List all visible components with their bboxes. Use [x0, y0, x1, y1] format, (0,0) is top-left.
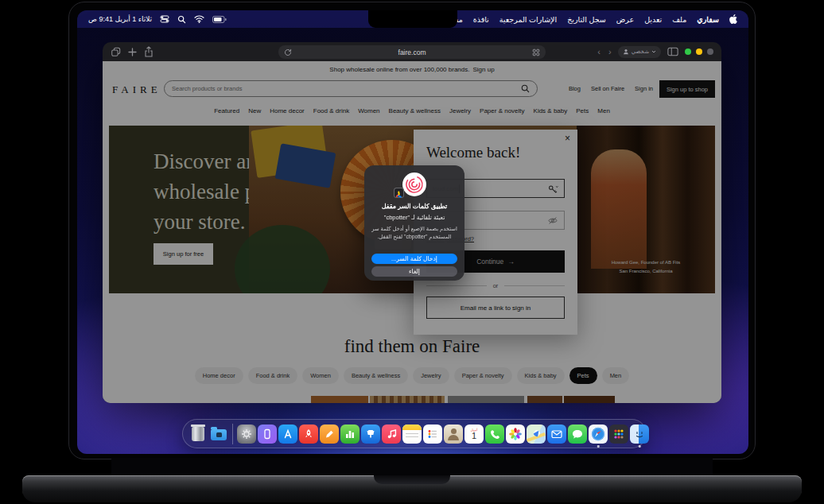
dialog-title: تطبيق كلمات السر مقفل [369, 203, 460, 210]
menu-file[interactable]: ملف [672, 15, 686, 24]
sidebar-icon[interactable] [667, 47, 678, 56]
contacts-icon[interactable] [444, 425, 463, 444]
extensions-icon[interactable] [532, 48, 540, 56]
faire-page: Shop wholesale online from over 100,000 … [103, 61, 721, 403]
tab-overview-icon[interactable] [111, 47, 121, 57]
calendar-day: 1 [472, 432, 476, 440]
menu-history[interactable]: سجل التاريخ [567, 15, 606, 24]
profile-switcher[interactable]: شخصي [618, 46, 661, 58]
wifi-icon[interactable] [194, 15, 204, 23]
zoom-button[interactable] [685, 48, 691, 55]
finder-icon[interactable] [630, 425, 649, 444]
url-text: faire.com [398, 48, 426, 56]
notes-icon[interactable] [402, 425, 422, 444]
enter-password-button[interactable]: إدخال كلمة السر... [371, 254, 457, 264]
numbers-icon[interactable] [340, 425, 360, 444]
dock: أبريل 1 [182, 419, 647, 448]
menu-safari[interactable]: سفاري [697, 15, 719, 24]
downloads-folder-icon[interactable] [209, 425, 228, 444]
menu-bar-menus: سفاري ملف تعديل عرض سجل التاريخ الإشارات… [437, 14, 737, 24]
app-store-icon[interactable] [278, 425, 297, 444]
dialog-body: استخدم بصمة الإصبع أو أدخل كلمة سر المست… [371, 225, 457, 240]
person-icon [623, 48, 629, 55]
menu-window[interactable]: نافذة [473, 15, 489, 24]
touchid-fingerprint-icon [402, 173, 426, 196]
cancel-button[interactable]: إلغاء [371, 266, 457, 277]
messages-icon[interactable] [568, 425, 587, 444]
battery-icon[interactable] [212, 16, 227, 23]
menu-bar-clock[interactable]: ثلاثاء 1 أبريل 9:41 ص [88, 15, 152, 23]
mail-icon[interactable] [547, 425, 566, 444]
trash-icon[interactable] [189, 425, 208, 444]
dock-separator [232, 424, 233, 444]
touchid-unlock-dialog: تطبيق كلمات السر مقفل تعبئة تلقائية لـ "… [364, 165, 464, 281]
close-button[interactable] [707, 48, 713, 55]
laptop-hinge [111, 458, 713, 477]
marketing-stage: ثلاثاء 1 أبريل 9:41 ص [0, 0, 824, 504]
safari-window: faire.com ‹ › شخصي [103, 42, 721, 403]
passwords-app-icon [394, 188, 404, 198]
launchpad-icon[interactable] [609, 425, 628, 444]
profile-label: شخصي [632, 48, 649, 55]
forward-icon[interactable]: › [608, 48, 612, 56]
new-tab-icon[interactable] [128, 48, 137, 56]
menu-bookmarks[interactable]: الإشارات المرجعية [499, 15, 557, 24]
reminders-icon[interactable] [423, 425, 442, 444]
pages-icon[interactable] [320, 425, 339, 444]
macbook-lid: ثلاثاء 1 أبريل 9:41 ص [68, 2, 756, 459]
control-center-icon[interactable] [160, 14, 169, 24]
apple-menu-icon[interactable] [729, 14, 737, 24]
display-notch [368, 10, 457, 28]
photos-icon[interactable] [506, 425, 525, 444]
laptop-lid-notch [374, 475, 450, 484]
minimize-button[interactable] [696, 48, 702, 55]
system-settings-icon[interactable] [237, 425, 256, 444]
maps-icon[interactable] [527, 425, 546, 444]
phone-icon[interactable] [485, 425, 504, 444]
menu-edit[interactable]: تعديل [644, 15, 662, 24]
safari-icon[interactable] [589, 425, 608, 444]
rocket-app-icon[interactable] [299, 425, 318, 444]
menu-view[interactable]: عرض [616, 15, 634, 24]
keynote-icon[interactable] [361, 425, 380, 444]
safari-toolbar: faire.com ‹ › شخصي [103, 42, 721, 61]
dialog-subtitle: تعبئة تلقائية لـ "cbpotter" [369, 214, 460, 221]
calendar-icon[interactable]: أبريل 1 [464, 425, 484, 444]
desktop-wallpaper: ثلاثاء 1 أبريل 9:41 ص [77, 10, 748, 454]
menu-bar-status: ثلاثاء 1 أبريل 9:41 ص [88, 14, 227, 24]
share-icon[interactable] [144, 46, 154, 57]
iphone-mirroring-icon[interactable] [258, 425, 277, 444]
spotlight-icon[interactable] [177, 15, 186, 24]
reload-icon[interactable] [284, 48, 292, 56]
back-icon[interactable]: ‹ [597, 48, 601, 56]
music-icon[interactable] [382, 425, 401, 444]
chevron-down-icon [651, 50, 656, 53]
window-controls [685, 48, 713, 55]
address-bar[interactable]: faire.com [278, 45, 546, 59]
laptop-base [22, 475, 802, 502]
